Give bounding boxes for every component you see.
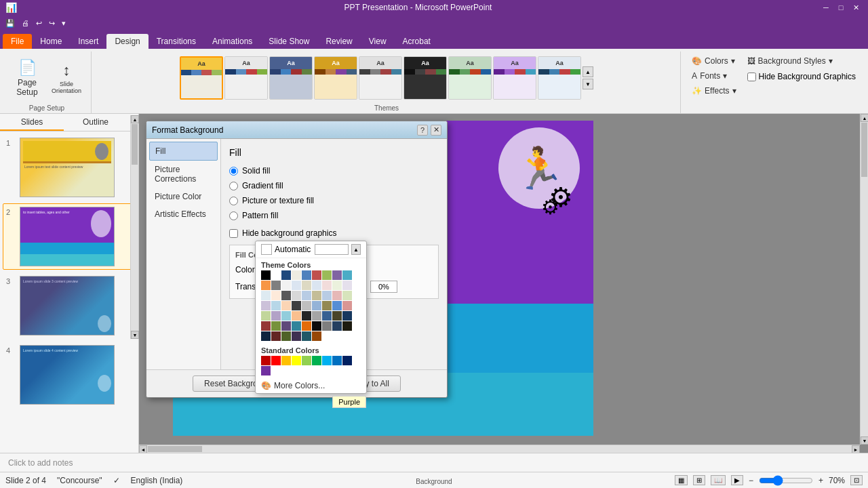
cp-std-cell[interactable] <box>322 356 332 365</box>
tab-design[interactable]: Design <box>106 34 148 49</box>
sidebar-artistic-effects[interactable]: Artistic Effects <box>149 205 218 223</box>
sidebar-picture-color[interactable]: Picture Color <box>149 188 218 205</box>
cp-std-cell[interactable] <box>312 356 321 365</box>
cp-color-cell[interactable] <box>332 270 342 280</box>
cp-color-cell[interactable] <box>322 301 332 310</box>
cp-color-cell[interactable] <box>292 281 301 290</box>
theme-item-9[interactable]: Aa <box>538 56 581 100</box>
vscroll-down[interactable]: ▼ <box>861 436 868 445</box>
hide-bg-graphics-check[interactable] <box>747 73 756 81</box>
minimize-button[interactable]: ─ <box>819 2 833 13</box>
cp-color-cell[interactable] <box>312 291 321 300</box>
cp-color-cell[interactable] <box>302 321 311 331</box>
cp-color-cell[interactable] <box>302 270 311 280</box>
dialog-help-button[interactable]: ? <box>417 125 428 136</box>
solid-fill-option[interactable]: Solid fill <box>229 166 439 176</box>
cp-color-cell[interactable] <box>332 291 342 300</box>
theme-item-7[interactable]: Aa <box>448 56 492 100</box>
qat-redo[interactable]: ↪ <box>46 18 58 29</box>
theme-item-4[interactable]: Aa <box>314 56 357 100</box>
cp-color-cell[interactable] <box>261 291 271 300</box>
cp-color-cell[interactable] <box>261 331 271 341</box>
cp-color-cell[interactable] <box>271 270 281 280</box>
cp-color-cell[interactable] <box>302 291 311 300</box>
cp-color-cell[interactable] <box>271 291 281 300</box>
tab-file[interactable]: File <box>3 34 32 49</box>
page-setup-button[interactable]: 📄 Page Setup <box>8 58 46 98</box>
cp-color-cell[interactable] <box>271 331 281 341</box>
gradient-fill-radio[interactable] <box>229 182 238 190</box>
cp-automatic-label[interactable]: Automatic <box>275 245 311 254</box>
cp-color-cell[interactable] <box>281 301 291 310</box>
cp-color-cell[interactable] <box>342 291 352 300</box>
cp-std-cell[interactable] <box>271 356 281 365</box>
qat-save[interactable]: 💾 <box>3 18 18 29</box>
cp-color-cell[interactable] <box>281 321 291 331</box>
panel-scroll-up[interactable]: ▲ <box>131 115 139 123</box>
cp-std-cell[interactable] <box>261 366 271 375</box>
picture-fill-radio[interactable] <box>229 197 238 205</box>
dialog-close-button[interactable]: ✕ <box>431 125 441 136</box>
transparency-value[interactable] <box>370 281 397 293</box>
zoom-slider[interactable] <box>759 476 813 485</box>
theme-item-2[interactable]: Aa <box>224 56 268 100</box>
cp-color-cell[interactable] <box>312 270 321 280</box>
tab-insert[interactable]: Insert <box>70 34 106 49</box>
sidebar-picture-corrections[interactable]: Picture Corrections <box>149 161 218 188</box>
hscroll-left[interactable]: ◄ <box>139 445 147 453</box>
cp-color-cell[interactable] <box>322 291 332 300</box>
vscroll-up[interactable]: ▲ <box>861 114 868 122</box>
cp-color-cell[interactable] <box>312 281 321 290</box>
cp-color-cell[interactable] <box>322 311 332 321</box>
cp-std-cell[interactable] <box>261 356 271 365</box>
slide-thumb-1[interactable]: 1 Lorem ipsum text slide content preview <box>3 134 136 201</box>
close-button[interactable]: ✕ <box>849 2 863 13</box>
slide-thumb-3[interactable]: 3 Lorem ipsum slide 3 content preview <box>3 272 136 339</box>
hide-bg-graphics-option[interactable]: Hide background graphics <box>229 228 439 238</box>
notes-placeholder[interactable]: Click to add notes <box>8 458 73 468</box>
tab-slideshow[interactable]: Slide Show <box>260 34 317 49</box>
cp-std-cell[interactable] <box>302 356 311 365</box>
slide-thumb-2[interactable]: 2 to insert tables, ages and other <box>3 203 136 270</box>
cp-color-cell[interactable] <box>322 321 332 331</box>
qat-more[interactable]: ▾ <box>59 18 68 29</box>
tab-view[interactable]: View <box>361 34 395 49</box>
cp-color-cell[interactable] <box>342 281 352 290</box>
cp-color-cell[interactable] <box>342 321 352 331</box>
sidebar-fill[interactable]: Fill <box>149 142 218 161</box>
cp-color-cell[interactable] <box>292 270 301 280</box>
theme-item-1[interactable]: Aa <box>180 56 223 100</box>
cp-std-cell[interactable] <box>281 356 291 365</box>
cp-color-cell[interactable] <box>312 321 321 331</box>
cp-color-cell[interactable] <box>281 270 291 280</box>
hscroll-right[interactable]: ► <box>852 445 860 453</box>
cp-color-cell[interactable] <box>312 311 321 321</box>
pattern-fill-option[interactable]: Pattern fill <box>229 211 439 220</box>
hide-bg-graphics-checkbox[interactable] <box>229 229 238 238</box>
theme-item-3[interactable]: Aa <box>269 56 313 100</box>
cp-color-cell[interactable] <box>292 311 301 321</box>
cp-color-cell[interactable] <box>332 321 342 331</box>
cp-color-cell[interactable] <box>261 311 271 321</box>
tab-animations[interactable]: Animations <box>204 34 260 49</box>
cp-color-cell[interactable] <box>271 311 281 321</box>
cp-color-cell[interactable] <box>261 321 271 331</box>
tab-acrobat[interactable]: Acrobat <box>395 34 439 49</box>
cp-auto-up[interactable]: ▲ <box>351 244 361 255</box>
effects-button[interactable]: ✨ Effects ▾ <box>688 84 740 98</box>
cp-color-cell[interactable] <box>322 281 332 290</box>
reading-view-btn[interactable]: 📖 <box>711 475 726 485</box>
tab-outline[interactable]: Outline <box>64 114 127 131</box>
cp-auto-input[interactable] <box>315 244 349 255</box>
cp-color-cell[interactable] <box>342 311 352 321</box>
panel-scroll-down[interactable]: ▼ <box>131 331 139 339</box>
cp-color-cell[interactable] <box>292 321 301 331</box>
cp-color-cell[interactable] <box>332 281 342 290</box>
cp-color-cell[interactable] <box>302 281 311 290</box>
cp-color-cell[interactable] <box>292 291 301 300</box>
tab-home[interactable]: Home <box>32 34 70 49</box>
picture-fill-option[interactable]: Picture or texture fill <box>229 196 439 205</box>
cp-color-cell[interactable] <box>281 281 291 290</box>
cp-std-cell[interactable] <box>292 356 301 365</box>
cp-color-cell[interactable] <box>281 291 291 300</box>
